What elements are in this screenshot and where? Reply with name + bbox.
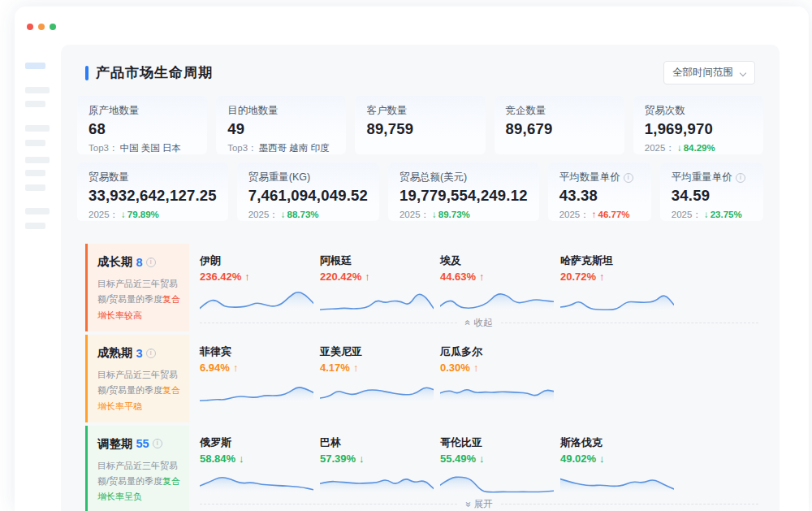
sparkline-chart [320,466,440,496]
sidebar-skeleton-item [25,208,50,214]
stat-label: 竞企数量 [506,104,613,118]
window-controls [27,24,56,30]
section-title: 成熟期 [97,345,133,361]
country-chart-philippines[interactable]: 菲律宾 6.94% [200,340,320,405]
stat-card-customers: 客户数量 89,759 [355,96,485,154]
stat-label: 客户数量 [366,104,473,118]
stat-card-trade-weight: 贸易重量(KG) 7,461,094,049.52 2025：88.73% [237,162,379,221]
stat-label: 贸易数量 [89,171,217,184]
sparkline-chart [200,284,320,314]
dashboard-panel: 产品市场生命周期 全部时间范围 原产地数量 68 Top3：中国 美国 日本 目… [61,45,780,511]
country-chart-kazakhstan[interactable]: 哈萨克斯坦 20.72% [560,249,680,314]
country-name: 阿根廷 [320,249,440,268]
sparkline-chart [440,466,560,496]
stat-value: 34.59 [672,187,752,205]
stat-card-competitors: 竞企数量 89,679 [495,96,624,154]
stat-sub: 2025：79.89% [89,209,217,221]
stat-value: 43.38 [559,187,640,205]
sidebar-skeleton-item [25,223,45,229]
trend-arrow-icon: 23.75% [704,210,742,219]
country-name: 伊朗 [200,249,320,268]
trend-arrow-icon: 46.77% [592,210,630,219]
time-range-value: 全部时间范围 [672,66,733,80]
sidebar-skeleton-item-active [25,63,45,69]
stat-value: 19,779,554,249.12 [400,187,528,205]
section-count: 3 [136,347,143,360]
section-count: 8 [136,256,143,269]
country-change: 49.02% [560,453,680,465]
page-title: 产品市场生命周期 [96,63,213,82]
country-change: 6.94% [200,362,320,374]
country-chart-slovakia[interactable]: 斯洛伐克 49.02% [560,431,680,496]
section-title: 成长期 [97,254,133,270]
trend-arrow-icon: 88.73% [281,210,319,219]
sparkline-chart [440,375,560,405]
close-window-icon [27,24,33,30]
sidebar-skeleton-item [25,140,45,146]
lifecycle-row-growth: 成长期 8 目标产品近三年贸易额/贸易量的季度复合增长率较高 伊朗 236.42… [85,244,763,331]
info-icon[interactable] [736,173,745,183]
stat-label: 贸易总额(美元) [400,171,528,184]
sparkline-chart [440,284,560,314]
stat-card-origins: 原产地数量 68 Top3：中国 美国 日本 [77,96,207,154]
info-icon[interactable] [146,349,156,358]
stat-value: 7,461,094,049.52 [248,187,368,205]
growth-label-cell: 成长期 8 目标产品近三年贸易额/贸易量的季度复合增长率较高 [85,244,189,331]
stat-sub: 2025：23.75% [672,209,752,221]
country-name: 亚美尼亚 [320,340,440,359]
info-icon[interactable] [624,173,633,183]
sidebar-skeleton-item [25,157,50,163]
stat-sub [506,142,613,154]
lifecycle-section: 成长期 8 目标产品近三年贸易额/贸易量的季度复合增长率较高 伊朗 236.42… [85,244,763,511]
stat-value: 1,969,970 [645,120,752,138]
info-icon[interactable] [153,439,162,448]
stat-sub [366,142,473,154]
country-name: 哈萨克斯坦 [560,249,680,268]
country-name: 厄瓜多尔 [440,340,560,359]
country-chart-egypt[interactable]: 埃及 44.63% [440,249,560,314]
sparkline-chart [200,375,320,405]
sparkline-chart [560,284,680,314]
collapse-toggle-growth[interactable]: 收起 [200,315,758,330]
section-count: 55 [136,437,149,450]
expand-toggle-adjust[interactable]: 展开 [200,497,758,511]
stats-row-1: 原产地数量 68 Top3：中国 美国 日本 目的地数量 49 Top3：墨西哥… [77,96,763,154]
section-title: 调整期 [97,436,133,452]
stats-row-2: 贸易数量 33,932,642,127.25 2025：79.89% 贸易重量(… [77,162,763,221]
country-chart-armenia[interactable]: 亚美尼亚 4.17% [320,340,440,405]
stat-label: 平均重量单价 [672,171,752,184]
info-icon[interactable] [146,258,156,267]
country-chart-colombia[interactable]: 哥伦比亚 55.49% [440,431,560,496]
country-change: 55.49% [440,453,560,465]
country-chart-bahrain[interactable]: 巴林 57.39% [320,431,440,496]
chevron-double-down-icon [464,501,473,507]
stat-card-trade-count: 贸易次数 1,969,970 2025：84.29% [633,96,763,154]
country-name: 哥伦比亚 [440,431,560,450]
country-chart-ecuador[interactable]: 厄瓜多尔 0.30% [440,340,560,405]
country-chart-iran[interactable]: 伊朗 236.42% [200,249,320,314]
sparkline-chart [200,466,320,496]
stat-value: 49 [227,120,335,138]
country-change: 220.42% [320,271,440,283]
title-accent-bar [85,66,89,80]
lifecycle-row-mature: 成熟期 3 目标产品近三年贸易额/贸易量的季度复合增长率平稳 菲律宾 6.94% [85,335,763,422]
stat-card-trade-quantity: 贸易数量 33,932,642,127.25 2025：79.89% [77,162,228,221]
country-chart-argentina[interactable]: 阿根廷 220.42% [320,249,440,314]
country-change: 44.63% [440,271,560,283]
country-change: 20.72% [560,271,680,283]
country-change: 4.17% [320,362,440,374]
time-range-select[interactable]: 全部时间范围 [663,61,755,84]
stat-value: 89,679 [506,120,613,138]
country-chart-russia[interactable]: 俄罗斯 58.84% [200,431,320,496]
stat-sub: 2025：89.73% [400,209,528,221]
country-name: 巴林 [320,431,440,450]
sidebar-skeleton-item [25,87,50,93]
trend-arrow-icon: 79.89% [121,210,159,219]
sidebar-skeleton-item [25,101,45,107]
section-description: 目标产品近三年贸易额/贸易量的季度复合增长率平稳 [97,367,181,414]
stat-sub: Top3：墨西哥 越南 印度 [227,142,335,154]
stat-label: 平均数量单价 [559,171,640,184]
stat-sub: 2025：88.73% [248,209,368,221]
adjust-label-cell: 调整期 55 目标产品近三年贸易额/贸易量的季度复合增长率呈负 [85,426,189,511]
country-change: 0.30% [440,362,560,374]
